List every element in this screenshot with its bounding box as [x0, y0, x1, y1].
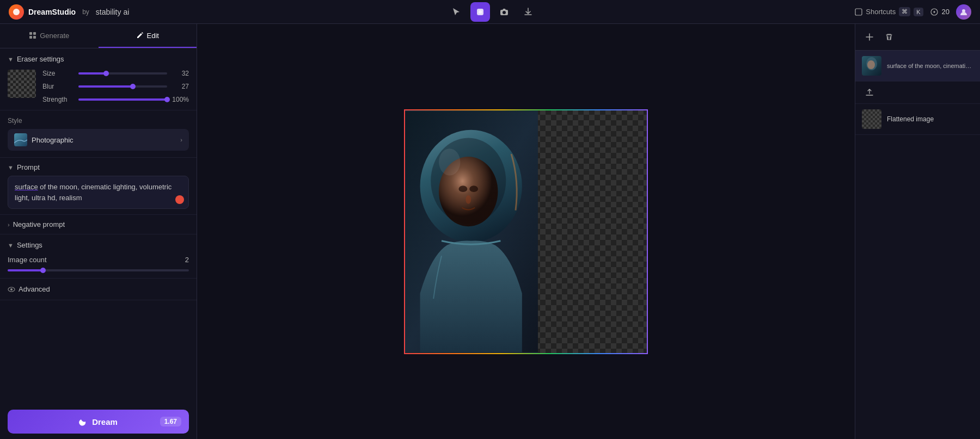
size-slider-thumb[interactable] — [103, 71, 109, 76]
blur-label: Blur — [42, 83, 74, 90]
image-count-value: 2 — [185, 256, 189, 264]
layer-thumb-flattened — [862, 109, 881, 129]
advanced-label: Advanced — [19, 285, 50, 293]
astronaut-image — [404, 109, 538, 354]
add-layer-button[interactable] — [862, 29, 877, 45]
shortcuts-label: Shortcuts — [866, 8, 896, 16]
settings-section: ▼ Settings Image count 2 — [0, 234, 197, 279]
eraser-controls: Size 32 Blur 27 — [42, 70, 189, 103]
canvas-area[interactable] — [197, 24, 855, 439]
blur-value: 27 — [171, 83, 189, 90]
settings-chevron-icon: ▼ — [8, 242, 14, 249]
layer-thumb-generated — [862, 56, 881, 76]
dream-button-label: Dream — [92, 417, 118, 426]
prompt-rest: of the moon, cinematic lighting, volumet… — [15, 183, 171, 202]
advanced-header[interactable]: Advanced — [8, 285, 189, 293]
tab-edit[interactable]: Edit — [99, 24, 197, 48]
style-label: Style — [8, 117, 189, 125]
tab-generate[interactable]: Generate — [0, 24, 99, 48]
size-label: Size — [42, 70, 74, 77]
eraser-settings-label: Eraser settings — [17, 55, 64, 63]
size-value: 32 — [171, 70, 189, 77]
blur-slider-thumb[interactable] — [130, 84, 136, 89]
eraser-settings-section: ▼ Eraser settings Size 32 — [0, 48, 197, 110]
strength-slider-thumb[interactable] — [164, 97, 170, 102]
astronaut-svg — [404, 109, 538, 354]
right-panel: surface of the moon, cinematic lighting,… — [855, 24, 980, 439]
camera-tool-button[interactable] — [494, 2, 514, 22]
style-icon — [14, 133, 27, 146]
topbar: DreamStudio by stability ai — [0, 0, 980, 24]
svg-rect-5 — [855, 9, 862, 15]
strength-slider-fill — [78, 98, 167, 101]
credits-display: 20 — [930, 8, 950, 16]
eye-icon — [8, 286, 15, 293]
style-selector[interactable]: Photographic › — [8, 129, 189, 151]
style-name: Photographic — [32, 136, 74, 144]
settings-header[interactable]: ▼ Settings — [8, 241, 189, 249]
paint-tool-button[interactable] — [470, 2, 490, 22]
prompt-chevron-icon: ▼ — [8, 164, 14, 171]
blur-slider-track[interactable] — [78, 85, 167, 88]
svg-point-19 — [459, 186, 468, 192]
download-button[interactable] — [518, 2, 538, 22]
strength-value: 100% — [171, 96, 189, 103]
svg-point-0 — [13, 9, 20, 15]
svg-point-25 — [867, 60, 875, 69]
strength-label: Strength — [42, 96, 74, 103]
credits-value: 20 — [942, 8, 950, 16]
dream-credits: 1.67 — [160, 417, 181, 426]
image-count-slider-track[interactable] — [8, 269, 189, 271]
svg-rect-10 — [29, 36, 32, 39]
logo: DreamStudio by stability ai — [9, 4, 129, 20]
svg-point-20 — [469, 186, 478, 192]
image-count-slider-thumb[interactable] — [40, 268, 46, 273]
svg-rect-9 — [33, 32, 36, 35]
layer-item-flattened[interactable]: Flattened image — [855, 104, 980, 135]
strength-slider-track[interactable] — [78, 98, 167, 101]
svg-point-4 — [503, 11, 506, 14]
tab-generate-label: Generate — [40, 32, 69, 40]
delete-layer-button[interactable] — [881, 29, 897, 45]
topbar-right: Shortcuts ⌘ K 20 — [855, 4, 971, 20]
prompt-header[interactable]: ▼ Prompt — [8, 163, 189, 171]
dream-button[interactable]: Dream 1.67 — [8, 410, 189, 434]
right-panel-actions — [855, 24, 980, 51]
style-chevron-icon: › — [180, 137, 182, 143]
style-left: Photographic — [14, 133, 74, 146]
select-tool-button[interactable] — [446, 2, 466, 22]
size-slider-track[interactable] — [78, 72, 167, 75]
image-count-label: Image count — [8, 256, 47, 264]
negative-prompt-label: Negative prompt — [13, 220, 65, 228]
prompt-box[interactable]: surface of the moon, cinematic lighting,… — [8, 176, 189, 209]
neg-prompt-chevron-icon: › — [8, 221, 10, 228]
panel-tabs: Generate Edit — [0, 24, 197, 48]
eraser-settings-header[interactable]: ▼ Eraser settings — [8, 55, 189, 63]
canvas-image-container — [404, 109, 648, 354]
logo-icon — [9, 4, 24, 20]
svg-point-14 — [10, 288, 13, 290]
dream-button-container: Dream 1.67 — [0, 404, 197, 439]
negative-prompt-section: › Negative prompt — [0, 215, 197, 234]
advanced-section: Advanced — [0, 279, 197, 300]
svg-point-22 — [439, 149, 460, 175]
svg-rect-2 — [479, 10, 482, 14]
blur-slider-fill — [78, 85, 132, 88]
layer-upload-row — [855, 82, 980, 104]
settings-label: Settings — [17, 241, 42, 249]
prompt-text[interactable]: surface of the moon, cinematic lighting,… — [15, 182, 182, 203]
main-layout: Generate Edit ▼ Eraser settings — [0, 24, 980, 439]
avatar[interactable] — [956, 4, 971, 20]
negative-prompt-header[interactable]: › Negative prompt — [8, 220, 189, 228]
shortcuts-button[interactable]: Shortcuts ⌘ K — [855, 7, 923, 16]
layer-item-generated[interactable]: surface of the moon, cinematic lighting,… — [855, 51, 980, 82]
layer-thumb-flat-image — [862, 109, 881, 129]
svg-rect-8 — [29, 32, 32, 35]
prompt-label: Prompt — [17, 163, 40, 171]
app-name: DreamStudio — [28, 8, 76, 16]
prompt-section: ▼ Prompt surface of the moon, cinematic … — [0, 158, 197, 215]
prompt-record-button[interactable] — [175, 195, 184, 204]
svg-point-21 — [465, 195, 471, 203]
strength-slider-row: Strength 100% — [42, 96, 189, 103]
layer-upload-button[interactable] — [862, 85, 877, 100]
